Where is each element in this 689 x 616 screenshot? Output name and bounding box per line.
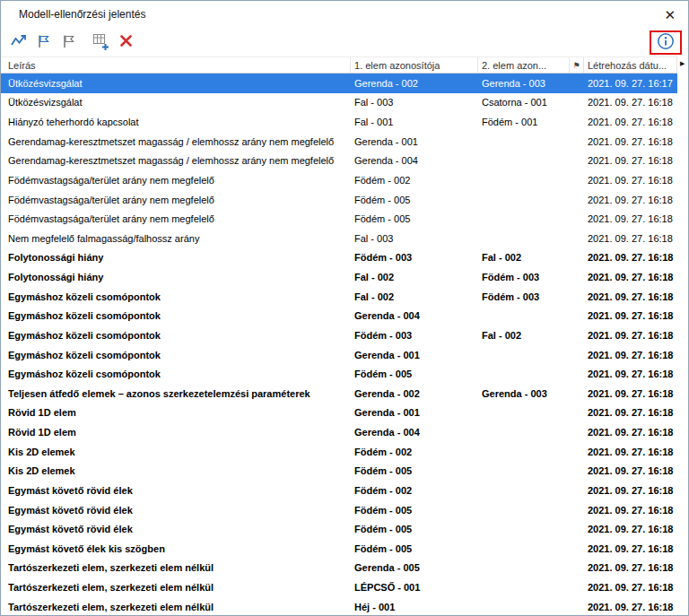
cell-flag <box>570 539 584 559</box>
table-row[interactable]: Egymáshoz közeli csomópontok Gerenda - 0… <box>1 307 677 326</box>
cell-element2 <box>478 422 570 442</box>
cell-element2: Födém - 003 <box>478 287 570 307</box>
cell-date: 2021. 09. 27. 16:18 <box>584 325 677 345</box>
cell-date: 2021. 09. 27. 16:18 <box>584 190 677 210</box>
flag-icon <box>61 33 77 52</box>
scrollbar-strip[interactable]: ▶ <box>677 56 688 615</box>
table-row[interactable]: Teljesen átfedő elemek – azonos szerkeze… <box>1 384 677 403</box>
red-x-icon <box>119 34 133 50</box>
cell-element2 <box>478 462 570 482</box>
cell-date: 2021. 09. 27. 16:18 <box>584 287 677 307</box>
cell-flag <box>570 209 584 229</box>
cell-date: 2021. 09. 27. 16:18 <box>584 112 677 132</box>
table-row[interactable]: Egymást követő élek kis szögben Födém - … <box>1 539 677 559</box>
column-header-date[interactable]: Létrehozás dátu... <box>584 57 677 73</box>
scroll-right-arrow[interactable]: ▶ <box>680 60 685 66</box>
cell-date: 2021. 09. 27. 16:18 <box>584 248 677 268</box>
cell-flag <box>570 500 584 520</box>
add-flag-button[interactable] <box>32 30 56 54</box>
table-plus-icon <box>92 32 109 53</box>
cell-element1: LÉPCSŐ - 001 <box>351 577 478 597</box>
info-circle-icon <box>657 32 675 53</box>
table-row[interactable]: Hiányzó teherhordó kapcsolat Fal - 001 F… <box>1 112 677 132</box>
table-row[interactable]: Ütközésvizsgálat Fal - 003 Csatorna - 00… <box>1 93 677 113</box>
column-header-description[interactable]: Leírás <box>1 57 351 73</box>
cell-date: 2021. 09. 27. 16:18 <box>584 170 677 190</box>
cell-description: Egymást követő rövid élek <box>1 500 351 520</box>
table-row[interactable]: Födémvastagsága/terület arány nem megfel… <box>1 170 677 190</box>
cell-flag <box>570 519 584 539</box>
delete-button[interactable] <box>114 30 137 54</box>
cell-element2 <box>478 229 570 248</box>
table-row[interactable]: Egymást követő rövid élek Födém - 002 20… <box>1 481 677 500</box>
cell-element2 <box>478 132 570 152</box>
cell-description: Egymást követő élek kis szögben <box>1 539 351 559</box>
table-row[interactable]: Egymáshoz közeli csomópontok Födém - 005… <box>1 364 677 384</box>
cell-element1: Gerenda - 004 <box>351 422 478 442</box>
cell-element2 <box>478 442 570 462</box>
table-row[interactable]: Tartószerkezeti elem, szerkezeti elem né… <box>1 577 677 597</box>
table-row[interactable]: Egymást követő rövid élek Födém - 005 20… <box>1 519 677 539</box>
table-row[interactable]: Egymást követő rövid élek Födém - 005 20… <box>1 500 677 520</box>
cell-flag <box>570 267 584 287</box>
cell-flag <box>570 152 584 171</box>
cell-element1: Födém - 003 <box>351 248 478 268</box>
cell-description: Folytonossági hiány <box>1 248 351 268</box>
cell-flag <box>570 229 584 248</box>
cell-element1: Födém - 002 <box>351 170 478 190</box>
table-row[interactable]: Kis 2D elemek Födém - 005 2021. 09. 27. … <box>1 462 677 482</box>
column-header-flag[interactable]: ⚑ <box>570 57 584 73</box>
cell-element1: Fal - 001 <box>351 112 478 132</box>
cell-date: 2021. 09. 27. 16:18 <box>584 559 677 578</box>
table-row[interactable]: Tartószerkezeti elem, szerkezeti elem né… <box>1 559 677 578</box>
close-button[interactable]: ✕ <box>658 6 681 23</box>
remove-flag-button[interactable] <box>57 30 81 54</box>
table-row[interactable]: Rövid 1D elem Gerenda - 004 2021. 09. 27… <box>1 422 677 442</box>
cell-element2 <box>478 152 570 171</box>
cell-description: Kis 2D elemek <box>1 442 351 462</box>
cell-description: Folytonossági hiány <box>1 267 351 287</box>
cell-date: 2021. 09. 27. 16:18 <box>584 500 677 520</box>
window-title: Modell-ellenőrzési jelentés <box>19 8 145 21</box>
table-row[interactable]: Egymáshoz közeli csomópontok Gerenda - 0… <box>1 345 677 365</box>
cell-element2 <box>478 345 570 365</box>
cell-description: Egymást követő rövid élek <box>1 481 351 500</box>
cell-element2 <box>478 519 570 539</box>
table-row[interactable]: Rövid 1D elem Gerenda - 001 2021. 09. 27… <box>1 403 677 423</box>
table-row[interactable]: Födémvastagsága/terület arány nem megfel… <box>1 209 677 229</box>
cell-flag <box>570 307 584 326</box>
table-row[interactable]: Födémvastagsága/terület arány nem megfel… <box>1 190 677 210</box>
table-row[interactable]: Ütközésvizsgálat Gerenda - 002 Gerenda -… <box>1 74 677 93</box>
table-row[interactable]: Gerendamag-keresztmetszet magasság / ele… <box>1 152 677 171</box>
cell-date: 2021. 09. 27. 16:18 <box>584 93 677 113</box>
table-row[interactable]: Kis 2D elemek Födém - 002 2021. 09. 27. … <box>1 442 677 462</box>
info-button[interactable] <box>654 31 677 55</box>
table-row[interactable]: Egymáshoz közeli csomópontok Fal - 002 F… <box>1 287 677 307</box>
cell-element1: Gerenda - 005 <box>351 559 478 578</box>
cell-description: Nem megfelelő falmagasság/falhossz arány <box>1 229 351 248</box>
show-in-model-button[interactable] <box>7 30 31 54</box>
cell-element1: Gerenda - 004 <box>351 307 478 326</box>
table-row[interactable]: Nem megfelelő falmagasság/falhossz arány… <box>1 229 677 248</box>
table-row[interactable]: Gerendamag-keresztmetszet magasság / ele… <box>1 132 677 152</box>
add-report-item-button[interactable] <box>89 30 112 54</box>
cell-element1: Födém - 005 <box>351 462 478 482</box>
column-header-element1[interactable]: 1. elem azonosítója <box>351 57 478 73</box>
cell-element2 <box>478 364 570 384</box>
cell-description: Rövid 1D elem <box>1 403 351 423</box>
cell-element2: Csatorna - 001 <box>478 93 570 113</box>
cell-flag <box>570 345 584 365</box>
cell-description: Ütközésvizsgálat <box>1 74 351 93</box>
table-row[interactable]: Tartószerkezeti elem, szerkezeti elem né… <box>1 597 677 615</box>
cell-element1: Födém - 005 <box>351 364 478 384</box>
table-row[interactable]: Egymáshoz közeli csomópontok Födém - 003… <box>1 325 677 345</box>
cell-date: 2021. 09. 27. 16:18 <box>584 422 677 442</box>
column-header-element2[interactable]: 2. elem azon... <box>478 57 570 73</box>
cell-element2: Fal - 002 <box>478 248 570 268</box>
table-row[interactable]: Folytonossági hiány Födém - 003 Fal - 00… <box>1 248 677 268</box>
cell-date: 2021. 09. 27. 16:18 <box>584 307 677 326</box>
cell-date: 2021. 09. 27. 16:18 <box>584 442 677 462</box>
table-row[interactable]: Folytonossági hiány Fal - 002 Födém - 00… <box>1 267 677 287</box>
cell-description: Rövid 1D elem <box>1 422 351 442</box>
cell-element1: Födém - 005 <box>351 190 478 210</box>
